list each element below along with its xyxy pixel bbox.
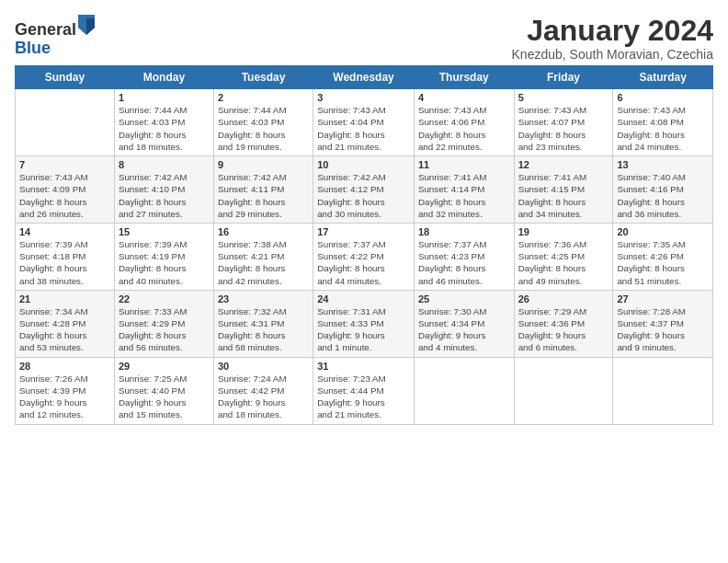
- day-cell: 24Sunrise: 7:31 AM Sunset: 4:33 PM Dayli…: [313, 290, 415, 357]
- svg-marker-1: [86, 18, 95, 35]
- day-number: 7: [19, 159, 110, 170]
- week-row-2: 7Sunrise: 7:43 AM Sunset: 4:09 PM Daylig…: [16, 156, 713, 224]
- day-cell: 18Sunrise: 7:37 AM Sunset: 4:23 PM Dayli…: [414, 223, 514, 290]
- day-cell: 4Sunrise: 7:43 AM Sunset: 4:06 PM Daylig…: [414, 89, 514, 156]
- day-cell: 17Sunrise: 7:37 AM Sunset: 4:22 PM Dayli…: [313, 223, 415, 290]
- day-header-monday: Monday: [114, 66, 213, 89]
- day-info: Sunrise: 7:38 AM Sunset: 4:21 PM Dayligh…: [218, 238, 309, 287]
- day-cell: 30Sunrise: 7:24 AM Sunset: 4:42 PM Dayli…: [213, 357, 313, 424]
- day-number: 8: [119, 159, 210, 170]
- day-cell: 27Sunrise: 7:28 AM Sunset: 4:37 PM Dayli…: [613, 290, 713, 357]
- day-cell: 31Sunrise: 7:23 AM Sunset: 4:44 PM Dayli…: [313, 357, 415, 424]
- calendar-container: General Blue January 2024 Knezdub, South…: [0, 0, 728, 432]
- day-cell: 25Sunrise: 7:30 AM Sunset: 4:34 PM Dayli…: [414, 290, 514, 357]
- day-info: Sunrise: 7:39 AM Sunset: 4:19 PM Dayligh…: [119, 238, 210, 287]
- day-cell: 15Sunrise: 7:39 AM Sunset: 4:19 PM Dayli…: [114, 223, 213, 290]
- day-info: Sunrise: 7:42 AM Sunset: 4:10 PM Dayligh…: [119, 171, 210, 220]
- day-number: 6: [617, 92, 709, 103]
- day-info: Sunrise: 7:39 AM Sunset: 4:18 PM Dayligh…: [19, 238, 110, 287]
- day-header-tuesday: Tuesday: [213, 66, 313, 89]
- calendar-table: SundayMondayTuesdayWednesdayThursdayFrid…: [15, 65, 713, 424]
- day-cell: 12Sunrise: 7:41 AM Sunset: 4:15 PM Dayli…: [514, 156, 613, 224]
- day-info: Sunrise: 7:23 AM Sunset: 4:44 PM Dayligh…: [317, 373, 410, 421]
- day-number: 26: [518, 293, 609, 304]
- logo-text: General: [15, 15, 95, 40]
- week-row-3: 14Sunrise: 7:39 AM Sunset: 4:18 PM Dayli…: [16, 223, 713, 290]
- day-header-thursday: Thursday: [414, 66, 514, 89]
- day-info: Sunrise: 7:24 AM Sunset: 4:42 PM Dayligh…: [218, 373, 309, 421]
- day-number: 20: [617, 226, 709, 237]
- day-info: Sunrise: 7:43 AM Sunset: 4:04 PM Dayligh…: [317, 104, 410, 153]
- day-number: 31: [317, 361, 410, 372]
- day-cell: [414, 357, 514, 424]
- day-number: 3: [317, 92, 410, 103]
- day-info: Sunrise: 7:43 AM Sunset: 4:08 PM Dayligh…: [617, 104, 709, 153]
- logo-icon: [78, 15, 95, 35]
- day-cell: 26Sunrise: 7:29 AM Sunset: 4:36 PM Dayli…: [514, 290, 613, 357]
- week-row-5: 28Sunrise: 7:26 AM Sunset: 4:39 PM Dayli…: [16, 357, 713, 424]
- day-number: 22: [119, 293, 210, 304]
- day-info: Sunrise: 7:43 AM Sunset: 4:06 PM Dayligh…: [418, 104, 510, 153]
- day-cell: 29Sunrise: 7:25 AM Sunset: 4:40 PM Dayli…: [114, 357, 213, 424]
- day-number: 9: [218, 159, 309, 170]
- day-cell: 1Sunrise: 7:44 AM Sunset: 4:03 PM Daylig…: [114, 89, 213, 156]
- day-number: 27: [617, 293, 709, 304]
- day-info: Sunrise: 7:35 AM Sunset: 4:26 PM Dayligh…: [617, 238, 709, 287]
- day-number: 13: [617, 159, 709, 170]
- week-row-4: 21Sunrise: 7:34 AM Sunset: 4:28 PM Dayli…: [16, 290, 713, 357]
- day-number: 28: [19, 361, 110, 372]
- day-number: 11: [418, 159, 510, 170]
- day-info: Sunrise: 7:26 AM Sunset: 4:39 PM Dayligh…: [19, 373, 110, 421]
- day-number: 10: [317, 159, 410, 170]
- day-cell: 9Sunrise: 7:42 AM Sunset: 4:11 PM Daylig…: [213, 156, 313, 224]
- day-cell: [16, 89, 115, 156]
- day-info: Sunrise: 7:41 AM Sunset: 4:15 PM Dayligh…: [518, 171, 609, 220]
- day-cell: 13Sunrise: 7:40 AM Sunset: 4:16 PM Dayli…: [613, 156, 713, 224]
- day-number: 5: [518, 92, 609, 103]
- day-number: 16: [218, 226, 309, 237]
- day-info: Sunrise: 7:31 AM Sunset: 4:33 PM Dayligh…: [317, 305, 410, 354]
- day-number: 19: [518, 226, 609, 237]
- day-info: Sunrise: 7:32 AM Sunset: 4:31 PM Dayligh…: [218, 305, 309, 354]
- day-number: 21: [19, 293, 110, 304]
- day-header-wednesday: Wednesday: [313, 66, 415, 89]
- day-number: 4: [418, 92, 510, 103]
- day-number: 17: [317, 226, 410, 237]
- day-number: 2: [218, 92, 309, 103]
- day-cell: 14Sunrise: 7:39 AM Sunset: 4:18 PM Dayli…: [16, 223, 115, 290]
- day-cell: 7Sunrise: 7:43 AM Sunset: 4:09 PM Daylig…: [16, 156, 115, 224]
- day-info: Sunrise: 7:25 AM Sunset: 4:40 PM Dayligh…: [119, 373, 210, 421]
- day-info: Sunrise: 7:43 AM Sunset: 4:07 PM Dayligh…: [518, 104, 609, 153]
- day-cell: 28Sunrise: 7:26 AM Sunset: 4:39 PM Dayli…: [16, 357, 115, 424]
- day-header-sunday: Sunday: [16, 66, 115, 89]
- day-info: Sunrise: 7:42 AM Sunset: 4:11 PM Dayligh…: [218, 171, 309, 220]
- day-cell: 11Sunrise: 7:41 AM Sunset: 4:14 PM Dayli…: [414, 156, 514, 224]
- header-row: SundayMondayTuesdayWednesdayThursdayFrid…: [16, 66, 713, 89]
- day-info: Sunrise: 7:40 AM Sunset: 4:16 PM Dayligh…: [617, 171, 709, 220]
- logo-general: General: [15, 20, 76, 39]
- day-info: Sunrise: 7:44 AM Sunset: 4:03 PM Dayligh…: [119, 104, 210, 153]
- day-info: Sunrise: 7:28 AM Sunset: 4:37 PM Dayligh…: [617, 305, 709, 354]
- day-info: Sunrise: 7:43 AM Sunset: 4:09 PM Dayligh…: [19, 171, 110, 220]
- calendar-subtitle: Knezdub, South Moravian, Czechia: [512, 47, 713, 62]
- day-number: 18: [418, 226, 510, 237]
- calendar-title: January 2024: [512, 15, 713, 47]
- day-info: Sunrise: 7:37 AM Sunset: 4:22 PM Dayligh…: [317, 238, 410, 287]
- day-number: 1: [119, 92, 210, 103]
- day-number: 23: [218, 293, 309, 304]
- day-cell: 23Sunrise: 7:32 AM Sunset: 4:31 PM Dayli…: [213, 290, 313, 357]
- day-number: 15: [119, 226, 210, 237]
- day-cell: 21Sunrise: 7:34 AM Sunset: 4:28 PM Dayli…: [16, 290, 115, 357]
- day-number: 12: [518, 159, 609, 170]
- day-cell: 16Sunrise: 7:38 AM Sunset: 4:21 PM Dayli…: [213, 223, 313, 290]
- logo-blue-text: Blue: [15, 40, 95, 58]
- day-cell: 5Sunrise: 7:43 AM Sunset: 4:07 PM Daylig…: [514, 89, 613, 156]
- day-cell: [514, 357, 613, 424]
- day-cell: 3Sunrise: 7:43 AM Sunset: 4:04 PM Daylig…: [313, 89, 415, 156]
- day-info: Sunrise: 7:41 AM Sunset: 4:14 PM Dayligh…: [418, 171, 510, 220]
- day-number: 30: [218, 361, 309, 372]
- day-cell: 22Sunrise: 7:33 AM Sunset: 4:29 PM Dayli…: [114, 290, 213, 357]
- week-row-1: 1Sunrise: 7:44 AM Sunset: 4:03 PM Daylig…: [16, 89, 713, 156]
- day-number: 14: [19, 226, 110, 237]
- day-info: Sunrise: 7:33 AM Sunset: 4:29 PM Dayligh…: [119, 305, 210, 354]
